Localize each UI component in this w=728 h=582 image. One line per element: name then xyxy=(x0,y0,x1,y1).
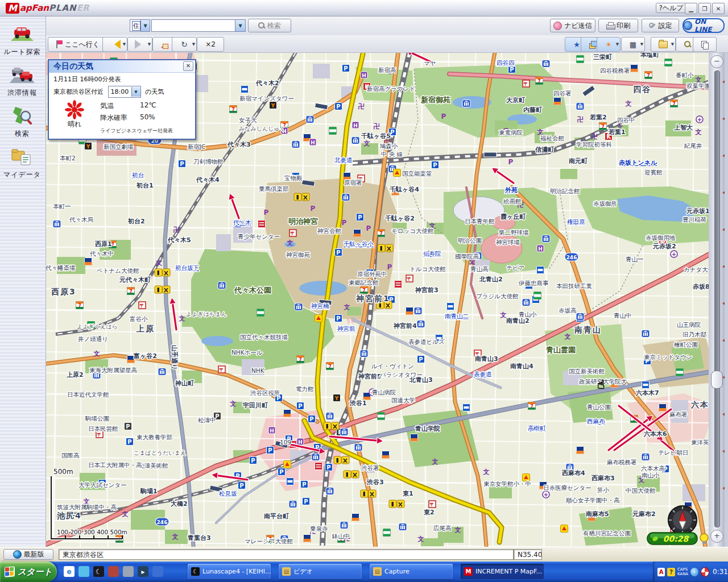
map-label: トルコ大使館 xyxy=(410,265,446,272)
zoom-slider-thumb[interactable] xyxy=(711,371,723,389)
map-icon-sc: 文 xyxy=(417,535,424,543)
map-label: 六本木7 xyxy=(635,389,659,397)
lunascape-icon: ☾ xyxy=(191,567,200,576)
print-button[interactable]: 印刷 xyxy=(598,19,638,32)
online-button[interactable]: ON LINE xyxy=(682,18,725,33)
map-icon-am xyxy=(352,514,359,521)
quicklaunch-media-player-icon[interactable]: ▸ xyxy=(138,566,148,577)
svg-text:文: 文 xyxy=(625,100,632,107)
map-label: 鉢山中 xyxy=(332,533,350,539)
map-label: 千駄ヶ谷5 xyxy=(361,132,391,140)
map-icon-am xyxy=(382,451,390,459)
map-icon-bk xyxy=(306,116,314,123)
svg-text:P: P xyxy=(342,219,347,227)
task-label: Capture xyxy=(384,568,410,575)
quicklaunch-internet-explorer-icon[interactable]: e xyxy=(64,566,75,577)
quicklaunch-app-red-icon[interactable] xyxy=(108,566,119,577)
map-icon-rd xyxy=(258,221,266,228)
map-label: 原宿外苑中 xyxy=(357,271,387,277)
zoom-slider-track[interactable] xyxy=(714,70,720,527)
quicklaunch-app-gray-icon[interactable] xyxy=(123,566,134,577)
zoom-in-button[interactable]: + xyxy=(710,530,723,543)
taskbar-clock: 0:31 xyxy=(713,568,728,576)
pinwheel-tray-icon[interactable] xyxy=(701,567,709,577)
search-category-select[interactable]: 住 ▼ xyxy=(130,19,150,32)
map-label: 大京町 xyxy=(506,97,526,104)
zoom-out-button[interactable]: − xyxy=(710,55,723,68)
weather-time-select[interactable]: 18:00 ▼ xyxy=(108,86,141,98)
map-label: 東2 xyxy=(423,509,435,516)
qr-dropdown[interactable]: ▼ xyxy=(638,37,646,52)
svg-text:〒: 〒 xyxy=(291,231,296,236)
compass[interactable] xyxy=(668,506,697,534)
map-label: 富谷小 xyxy=(130,315,148,322)
map-label: 代々木4 xyxy=(196,176,220,184)
layers-icon xyxy=(589,41,597,48)
help-tray-icon[interactable]: ? xyxy=(667,568,675,576)
map-label: 千駄ヶ谷4 xyxy=(389,186,419,193)
quicklaunch-lunascape-icon[interactable]: ☾ xyxy=(93,566,104,577)
search-button[interactable]: 検索 xyxy=(248,19,291,32)
copy-button[interactable] xyxy=(693,37,717,52)
map-label: 高樹町 xyxy=(528,425,546,431)
back-arrow-icon xyxy=(110,40,121,49)
caps-kana-indicator: CAPSKANA xyxy=(677,567,688,576)
map-icon-sc: 文 xyxy=(344,304,350,311)
map-icon-bk xyxy=(218,282,226,289)
map-label: 新宿御苑 xyxy=(420,95,450,104)
close-button[interactable]: ✕ xyxy=(712,3,725,14)
start-button[interactable]: スタート xyxy=(0,562,57,582)
map-icon-ht: H xyxy=(352,122,359,128)
sidebar-item-route[interactable]: ルート探索 xyxy=(0,24,44,57)
map-icon-pt: 〒 xyxy=(139,302,146,309)
restore-button[interactable]: ❐ xyxy=(698,3,711,14)
map-label: 四谷四 xyxy=(497,59,515,66)
weather-popup-close-icon[interactable]: ✕ xyxy=(183,61,193,71)
settings-button[interactable]: 設定 xyxy=(642,19,679,32)
app-logo: MapFanPLANER xyxy=(6,2,89,14)
latest-version-button[interactable]: 最新版 xyxy=(3,549,53,560)
map-icon-bk xyxy=(417,321,425,328)
messenger-tray-icon[interactable]: ‹ xyxy=(690,568,698,576)
atok-tray-icon[interactable]: A xyxy=(657,568,665,576)
search-input[interactable]: ▼ xyxy=(151,19,246,32)
taskbar-task-2[interactable]: ▤Capture xyxy=(370,564,453,579)
taskbar-task-1[interactable]: ▤ビデオ xyxy=(279,564,362,579)
taskbar-task-0[interactable]: ☾Lunascape4 - [KEIHI... xyxy=(188,564,271,579)
map-label: NHKホール xyxy=(231,349,263,356)
zoom-x2-button[interactable]: ×2 xyxy=(197,37,224,52)
help-button[interactable]: ?ヘルプ xyxy=(656,3,686,13)
svg-text:P: P xyxy=(264,209,269,217)
loupe-icon xyxy=(684,41,691,48)
time-display: 00:28 xyxy=(647,533,697,544)
quicklaunch-app-blue-icon[interactable] xyxy=(152,566,163,577)
nav-send-button[interactable]: ナビ送信 xyxy=(550,19,595,32)
map-label: 紀尾井 xyxy=(684,142,702,149)
map-icon-tp: 卍 xyxy=(577,116,584,123)
map-icon-Pp: P xyxy=(508,158,514,166)
weather-dropdown[interactable]: ▼ xyxy=(613,37,622,52)
taskbar-task-3[interactable]: MINCREMENT P MapF... xyxy=(461,564,544,579)
map-icon-P: P xyxy=(126,438,134,446)
sidebar-item-traffic[interactable]: 渋滞情報 xyxy=(0,65,44,98)
map-label: みなみしんじゅく xyxy=(239,126,286,132)
map-label: 新宿JC xyxy=(188,143,205,150)
svg-text:P: P xyxy=(309,416,313,422)
go-here-button[interactable]: ここへ行く xyxy=(48,37,108,52)
map-label: 西原1 xyxy=(94,240,112,248)
map-label: 青山病院 xyxy=(372,389,396,396)
map-icon-sc: 文 xyxy=(483,468,490,476)
sidebar-item-mydata[interactable]: マイデータ xyxy=(0,147,44,180)
quicklaunch-messenger-icon[interactable] xyxy=(78,566,89,577)
map-label: 元赤坂2 xyxy=(652,243,676,250)
map-label: 松見坂 xyxy=(219,490,237,497)
map-area xyxy=(481,234,522,263)
map-label: 代々木局 xyxy=(69,216,93,223)
map-icon-sv: 7 xyxy=(536,77,543,85)
map-label: 青山一 xyxy=(626,256,644,263)
sidebar-item-search[interactable]: 検索 xyxy=(0,106,44,139)
minimize-button[interactable]: ▁ xyxy=(685,3,697,14)
map-icon-am xyxy=(85,258,92,265)
map-icon-bk xyxy=(312,454,320,461)
road-shield: 246 xyxy=(155,518,169,526)
